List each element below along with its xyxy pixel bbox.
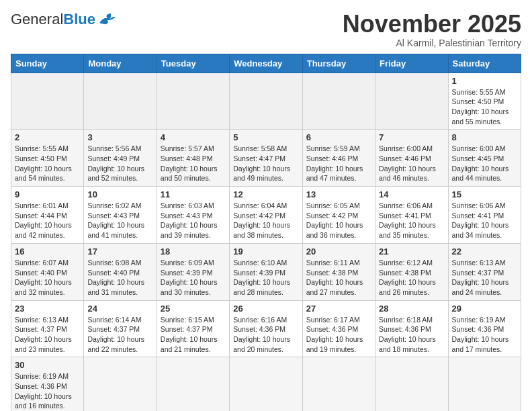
day-info: Sunrise: 5:55 AM Sunset: 4:50 PM Dayligh… xyxy=(452,87,517,127)
day-number: 25 xyxy=(161,304,226,314)
calendar-cell xyxy=(375,73,448,130)
day-number: 21 xyxy=(379,246,444,257)
day-number: 3 xyxy=(87,132,152,142)
calendar-body: 1Sunrise: 5:55 AM Sunset: 4:50 PM Daylig… xyxy=(11,73,521,411)
calendar-cell: 11Sunrise: 6:03 AM Sunset: 4:43 PM Dayli… xyxy=(157,187,229,244)
day-info: Sunrise: 6:08 AM Sunset: 4:40 PM Dayligh… xyxy=(87,258,152,298)
day-info: Sunrise: 6:13 AM Sunset: 4:37 PM Dayligh… xyxy=(452,258,517,298)
day-info: Sunrise: 6:15 AM Sunset: 4:37 PM Dayligh… xyxy=(161,315,226,355)
day-number: 14 xyxy=(379,189,444,199)
day-number: 20 xyxy=(306,246,371,257)
day-info: Sunrise: 6:16 AM Sunset: 4:36 PM Dayligh… xyxy=(233,315,298,355)
day-info: Sunrise: 6:11 AM Sunset: 4:38 PM Dayligh… xyxy=(306,258,371,298)
day-info: Sunrise: 5:57 AM Sunset: 4:48 PM Dayligh… xyxy=(161,144,226,183)
day-info: Sunrise: 5:56 AM Sunset: 4:49 PM Dayligh… xyxy=(87,144,152,183)
day-info: Sunrise: 6:12 AM Sunset: 4:38 PM Dayligh… xyxy=(379,258,444,298)
day-info: Sunrise: 6:18 AM Sunset: 4:36 PM Dayligh… xyxy=(379,315,444,355)
day-number: 29 xyxy=(452,304,517,314)
day-info: Sunrise: 6:04 AM Sunset: 4:42 PM Dayligh… xyxy=(233,201,298,240)
day-number: 6 xyxy=(306,132,371,142)
calendar-cell: 17Sunrise: 6:08 AM Sunset: 4:40 PM Dayli… xyxy=(84,243,157,300)
calendar-cell: 4Sunrise: 5:57 AM Sunset: 4:48 PM Daylig… xyxy=(157,130,229,187)
day-info: Sunrise: 6:19 AM Sunset: 4:36 PM Dayligh… xyxy=(452,315,517,355)
day-number: 7 xyxy=(379,132,444,142)
day-info: Sunrise: 6:06 AM Sunset: 4:41 PM Dayligh… xyxy=(452,201,517,240)
weekday-header-tuesday: Tuesday xyxy=(157,54,229,73)
day-number: 24 xyxy=(87,304,152,314)
day-number: 13 xyxy=(306,189,371,199)
calendar-cell: 9Sunrise: 6:01 AM Sunset: 4:44 PM Daylig… xyxy=(11,187,84,244)
day-number: 16 xyxy=(15,246,80,257)
logo-area: GeneralBlue xyxy=(11,11,117,28)
calendar-cell xyxy=(157,73,229,130)
calendar-cell: 27Sunrise: 6:17 AM Sunset: 4:36 PM Dayli… xyxy=(302,300,375,357)
day-info: Sunrise: 6:17 AM Sunset: 4:36 PM Dayligh… xyxy=(306,315,371,355)
calendar-cell: 10Sunrise: 6:02 AM Sunset: 4:43 PM Dayli… xyxy=(84,187,157,244)
day-info: Sunrise: 5:55 AM Sunset: 4:50 PM Dayligh… xyxy=(15,144,80,183)
calendar-week-5: 23Sunrise: 6:13 AM Sunset: 4:37 PM Dayli… xyxy=(11,300,521,357)
calendar-cell: 24Sunrise: 6:14 AM Sunset: 4:37 PM Dayli… xyxy=(84,300,157,357)
weekday-header-saturday: Saturday xyxy=(448,54,521,73)
page-header: GeneralBlue November 2025 Al Karmil, Pal… xyxy=(11,11,521,48)
calendar-cell: 20Sunrise: 6:11 AM Sunset: 4:38 PM Dayli… xyxy=(302,243,375,300)
calendar-cell: 15Sunrise: 6:06 AM Sunset: 4:41 PM Dayli… xyxy=(448,187,521,244)
calendar-cell: 29Sunrise: 6:19 AM Sunset: 4:36 PM Dayli… xyxy=(448,300,521,357)
day-info: Sunrise: 6:10 AM Sunset: 4:39 PM Dayligh… xyxy=(233,258,298,298)
logo-blue: Blue xyxy=(63,11,95,28)
day-number: 19 xyxy=(233,246,298,257)
calendar-cell: 16Sunrise: 6:07 AM Sunset: 4:40 PM Dayli… xyxy=(11,243,84,300)
calendar-cell: 21Sunrise: 6:12 AM Sunset: 4:38 PM Dayli… xyxy=(375,243,448,300)
month-title: November 2025 xyxy=(343,11,521,38)
calendar-cell xyxy=(448,357,521,411)
calendar-cell: 22Sunrise: 6:13 AM Sunset: 4:37 PM Dayli… xyxy=(448,243,521,300)
calendar-cell xyxy=(375,357,448,411)
logo-general: General xyxy=(11,11,63,28)
day-info: Sunrise: 6:00 AM Sunset: 4:45 PM Dayligh… xyxy=(452,144,517,183)
calendar-cell xyxy=(84,357,157,411)
day-number: 11 xyxy=(161,189,226,199)
day-number: 27 xyxy=(306,304,371,314)
day-info: Sunrise: 6:00 AM Sunset: 4:46 PM Dayligh… xyxy=(379,144,444,183)
calendar-cell xyxy=(230,357,302,411)
day-info: Sunrise: 5:58 AM Sunset: 4:47 PM Dayligh… xyxy=(233,144,298,183)
day-number: 10 xyxy=(87,189,152,199)
day-number: 28 xyxy=(379,304,444,314)
day-info: Sunrise: 6:05 AM Sunset: 4:42 PM Dayligh… xyxy=(306,201,371,240)
calendar-week-6: 30Sunrise: 6:19 AM Sunset: 4:36 PM Dayli… xyxy=(11,357,521,411)
day-info: Sunrise: 6:03 AM Sunset: 4:43 PM Dayligh… xyxy=(161,201,226,240)
calendar-cell: 28Sunrise: 6:18 AM Sunset: 4:36 PM Dayli… xyxy=(375,300,448,357)
day-number: 15 xyxy=(452,189,517,199)
calendar-cell: 12Sunrise: 6:04 AM Sunset: 4:42 PM Dayli… xyxy=(230,187,302,244)
day-info: Sunrise: 6:06 AM Sunset: 4:41 PM Dayligh… xyxy=(379,201,444,240)
calendar-table: SundayMondayTuesdayWednesdayThursdayFrid… xyxy=(11,54,521,411)
calendar-week-1: 1Sunrise: 5:55 AM Sunset: 4:50 PM Daylig… xyxy=(11,73,521,130)
calendar-cell: 25Sunrise: 6:15 AM Sunset: 4:37 PM Dayli… xyxy=(157,300,229,357)
weekday-header-sunday: Sunday xyxy=(11,54,84,73)
weekday-header-friday: Friday xyxy=(375,54,448,73)
calendar-cell: 1Sunrise: 5:55 AM Sunset: 4:50 PM Daylig… xyxy=(448,73,521,130)
day-info: Sunrise: 5:59 AM Sunset: 4:46 PM Dayligh… xyxy=(306,144,371,183)
day-number: 9 xyxy=(15,189,80,199)
day-info: Sunrise: 6:01 AM Sunset: 4:44 PM Dayligh… xyxy=(15,201,80,240)
calendar-cell: 8Sunrise: 6:00 AM Sunset: 4:45 PM Daylig… xyxy=(448,130,521,187)
calendar-cell: 23Sunrise: 6:13 AM Sunset: 4:37 PM Dayli… xyxy=(11,300,84,357)
weekday-header-wednesday: Wednesday xyxy=(230,54,302,73)
calendar-cell xyxy=(302,357,375,411)
day-number: 17 xyxy=(87,246,152,257)
calendar-week-2: 2Sunrise: 5:55 AM Sunset: 4:50 PM Daylig… xyxy=(11,130,521,187)
calendar-cell xyxy=(11,73,84,130)
day-number: 2 xyxy=(15,132,80,142)
day-number: 5 xyxy=(233,132,298,142)
calendar-cell: 3Sunrise: 5:56 AM Sunset: 4:49 PM Daylig… xyxy=(84,130,157,187)
calendar-week-4: 16Sunrise: 6:07 AM Sunset: 4:40 PM Dayli… xyxy=(11,243,521,300)
day-number: 12 xyxy=(233,189,298,199)
day-info: Sunrise: 6:07 AM Sunset: 4:40 PM Dayligh… xyxy=(15,258,80,298)
calendar-cell: 6Sunrise: 5:59 AM Sunset: 4:46 PM Daylig… xyxy=(302,130,375,187)
logo-bird-icon xyxy=(98,12,117,27)
day-info: Sunrise: 6:13 AM Sunset: 4:37 PM Dayligh… xyxy=(15,315,80,355)
day-number: 26 xyxy=(233,304,298,314)
day-number: 23 xyxy=(15,304,80,314)
calendar-cell: 13Sunrise: 6:05 AM Sunset: 4:42 PM Dayli… xyxy=(302,187,375,244)
calendar-cell: 7Sunrise: 6:00 AM Sunset: 4:46 PM Daylig… xyxy=(375,130,448,187)
calendar-cell xyxy=(302,73,375,130)
